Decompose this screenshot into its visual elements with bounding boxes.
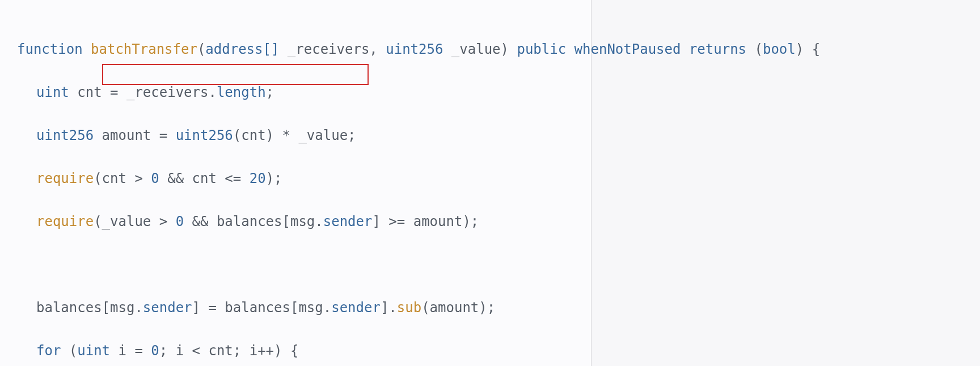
type-uint256: uint256 — [36, 127, 94, 143]
type-uint: uint — [77, 343, 110, 359]
code-line-7: balances[msg.sender] = balances[msg.send… — [17, 297, 591, 318]
overflow-expression: amount = — [102, 127, 176, 143]
call-require: require — [36, 214, 94, 229]
code-line-blank — [17, 254, 591, 275]
type-address-array: address[] — [205, 41, 279, 57]
type-uint: uint — [36, 84, 69, 100]
modifier-whennotpaused: whenNotPaused — [575, 41, 681, 57]
prop-sender: sender — [323, 214, 373, 229]
prop-sender: sender — [143, 300, 192, 316]
prop-sender: sender — [331, 300, 381, 316]
keyword-public: public — [517, 41, 566, 57]
keyword-for: for — [36, 343, 61, 359]
type-bool: bool — [763, 41, 796, 57]
type-uint256: uint256 — [386, 41, 443, 57]
keyword-returns: returns — [689, 41, 746, 57]
code-line-1: function batchTransfer(address[] _receiv… — [17, 39, 591, 60]
code-line-8: for (uint i = 0; i < cnt; i++) { — [17, 340, 591, 361]
code-line-2: uint cnt = _receivers.length; — [17, 82, 591, 103]
code-line-3: uint256 amount = uint256(cnt) * _value; — [17, 125, 591, 146]
call-sub: sub — [397, 300, 421, 316]
keyword-function: function — [17, 41, 83, 57]
code-line-5: require(_value > 0 && balances[msg.sende… — [17, 211, 591, 232]
prop-length: length — [217, 84, 266, 100]
function-name: batchTransfer — [91, 41, 197, 57]
call-require: require — [36, 171, 94, 186]
code-snippet: function batchTransfer(address[] _receiv… — [0, 0, 592, 366]
code-line-4: require(cnt > 0 && cnt <= 20); — [17, 168, 591, 189]
